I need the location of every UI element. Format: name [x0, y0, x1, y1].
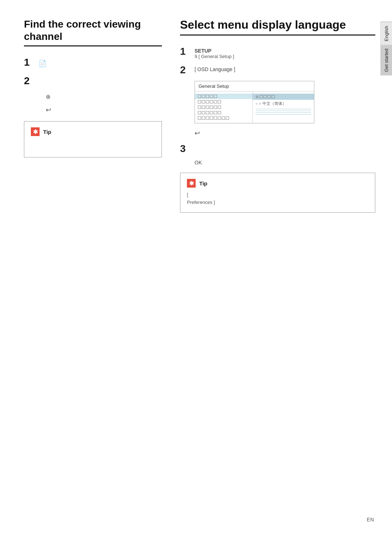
tab-get-started: Get started: [381, 45, 392, 75]
sq: [214, 100, 217, 103]
left-step1-content: 📄: [38, 57, 46, 69]
osd-squares-5: [198, 116, 229, 120]
sq: [206, 95, 209, 98]
tip-star-left: ✱: [31, 127, 40, 136]
osd-menu-body: ⊙ ○ ○ 中文（简体）: [195, 91, 314, 123]
osd-row-4: [195, 110, 252, 115]
sq: [268, 95, 271, 98]
osd-row-5: [195, 115, 252, 121]
document-icon: 📄: [38, 60, 46, 67]
right-step3-number: 3: [180, 143, 195, 155]
sq: [210, 111, 213, 114]
right-step2-content: [ OSD Language ]: [195, 64, 235, 72]
sq: [198, 116, 201, 120]
sq: [206, 100, 209, 103]
left-section-title: Find the correct viewing channel: [24, 18, 162, 46]
sq: [198, 95, 201, 98]
sq: [202, 100, 205, 103]
osd-squares-4: [198, 111, 221, 114]
sq: [210, 116, 213, 120]
back-icon-right: ↩: [195, 129, 375, 137]
sq: [202, 116, 205, 120]
sq: [206, 106, 209, 109]
sq: [198, 106, 201, 109]
right-step1-setup: SETUP: [195, 48, 234, 54]
sq: [206, 111, 209, 114]
sq: [218, 116, 221, 120]
right-step1-content: SETUP 9 [ General Setup ]: [195, 46, 234, 59]
footer-lang: EN: [367, 517, 374, 522]
sq: [210, 106, 213, 109]
sq: [214, 111, 217, 114]
sq: [210, 100, 213, 103]
osd-row-3: [195, 104, 252, 110]
sq: [198, 111, 201, 114]
osd-line-3: [256, 112, 311, 113]
sq: [202, 111, 205, 114]
sq: [264, 95, 267, 98]
sq: [218, 100, 221, 103]
left-step2-number: 2: [24, 75, 38, 87]
sq: [214, 116, 217, 120]
osd-line-1: [256, 109, 311, 109]
left-step1-number: 1: [24, 57, 38, 68]
tip-bracket-open: [: [187, 192, 188, 197]
right-step-2: 2 [ OSD Language ]: [180, 64, 375, 76]
osd-row-1: [195, 94, 252, 99]
osd-menu: General Setup: [195, 81, 314, 123]
sq: [226, 116, 229, 120]
osd-right-panel: ⊙ ○ ○ 中文（简体）: [253, 91, 314, 123]
right-step1-number: 1: [180, 46, 195, 57]
page-container: English Get started Find the correct vie…: [0, 0, 392, 537]
osd-right-squares: [260, 95, 275, 98]
sq: [260, 95, 263, 98]
sq: [218, 111, 221, 114]
osd-squares-2: [198, 100, 221, 103]
osd-right-row-2: ○ ○ 中文（简体）: [253, 100, 314, 107]
tip-label-right: Tip: [199, 180, 207, 186]
osd-line-4: [256, 114, 311, 115]
osd-line-2: [256, 111, 311, 111]
osd-chinese-text: ○ 中文（简体）: [259, 101, 286, 106]
right-step1-sub: 9 [ General Setup ]: [195, 54, 234, 59]
tip-content-right: [ Preferences ]: [187, 191, 368, 206]
tab-english: English: [381, 22, 392, 45]
side-tab: English Get started: [380, 22, 392, 75]
sq: [271, 95, 275, 98]
right-section-title: Select menu display language: [180, 18, 375, 36]
sq: [214, 95, 217, 98]
left-step-1: 1 📄: [24, 57, 162, 69]
sq: [210, 95, 213, 98]
tip-star-right: ✱: [187, 179, 196, 188]
right-column: Select menu display language 1 SETUP 9 […: [173, 0, 386, 224]
osd-squares-3: [198, 106, 221, 109]
sq: [198, 100, 201, 103]
right-step2-number: 2: [180, 64, 195, 76]
sq: [218, 106, 221, 109]
main-columns: Find the correct viewing channel 1 📄 2 ⊕…: [6, 0, 386, 224]
left-step-2: 2: [24, 75, 162, 87]
tip-box-right: ✱ Tip [ Preferences ]: [180, 173, 375, 213]
right-step-1: 1 SETUP 9 [ General Setup ]: [180, 46, 375, 59]
crosshair-icon: ⊕: [46, 93, 162, 100]
sq: [214, 106, 217, 109]
tip-preferences: Preferences ]: [187, 200, 215, 205]
osd-left-panel: [195, 91, 253, 123]
sq: [222, 116, 225, 120]
sq: [202, 95, 205, 98]
bullet-icon: ⊙: [256, 95, 258, 99]
tip-header-right: ✱ Tip: [187, 179, 368, 188]
right-step2-osd: [ OSD Language ]: [195, 66, 235, 72]
osd-row-2: [195, 99, 252, 104]
radio-icon: ○: [256, 102, 258, 106]
step3-ok-label: OK: [195, 160, 375, 165]
sq: [206, 116, 209, 120]
sq: [202, 106, 205, 109]
right-step-3: 3: [180, 143, 375, 155]
tip-header-left: ✱ Tip: [31, 127, 155, 136]
tip-box-left: ✱ Tip: [24, 121, 162, 157]
back-icon-left: ↩: [46, 106, 162, 114]
left-column: Find the correct viewing channel 1 📄 2 ⊕…: [6, 0, 173, 224]
osd-squares-1: [198, 95, 217, 98]
osd-menu-header: General Setup: [195, 81, 314, 91]
